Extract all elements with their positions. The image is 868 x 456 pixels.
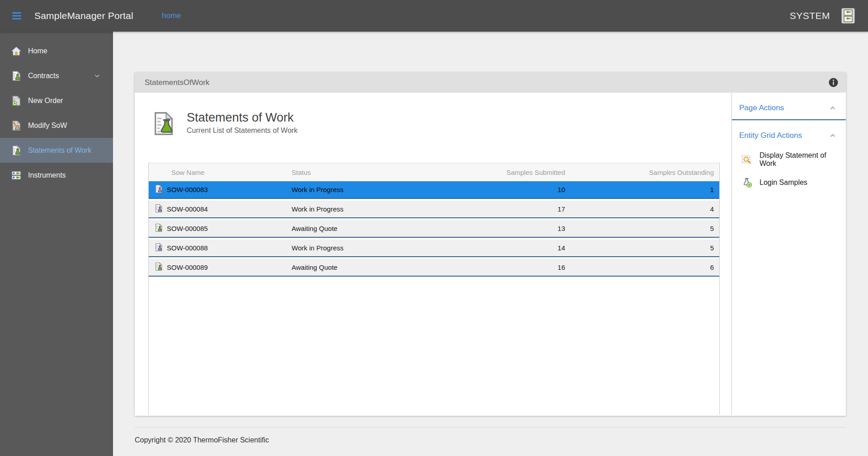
sow-doc-flask-icon [154,204,163,213]
main-content: StatementsOfWork Statements of Work [113,32,868,456]
sow-doc-flask-icon [154,262,163,271]
statements-doc-flask-icon [11,145,22,156]
current-user-label: SYSTEM [790,10,830,21]
table-row[interactable]: SOW-000083 Work in Progress 10 1 [149,181,719,199]
login-samples-flask-icon [741,177,753,188]
cell-sow-name: SOW-000089 [167,263,292,271]
cell-samples-submitted: 17 [440,205,567,213]
action-display-statement-of-work[interactable]: Display Statement of Work [732,147,846,172]
modify-sow-doc-pencil-icon [11,120,22,131]
page-actions-title: Page Actions [739,103,784,113]
sidebar-item-instruments[interactable]: Instruments [0,163,113,188]
cell-samples-submitted: 14 [440,244,567,252]
sidebar-item-label: Home [28,47,47,55]
sidebar-item-statements-of-work[interactable]: Statements of Work [0,138,113,163]
table-row[interactable]: SOW-000089 Awaiting Quote 16 6 [149,259,719,277]
cell-sow-name: SOW-000088 [167,244,292,252]
sidebar-item-label: Contracts [28,72,59,80]
grid-header-row: Sow Name Status Samples Submitted Sample… [149,163,719,181]
card-header: StatementsOfWork [135,72,846,93]
topbar-right: SYSTEM [790,8,868,24]
cell-samples-submitted: 16 [440,263,567,271]
cell-samples-outstanding: 4 [567,205,719,213]
cell-samples-submitted: 10 [440,186,567,193]
row-icon-cell [149,204,167,214]
card-header-title: StatementsOfWork [145,78,209,87]
menu-icon[interactable] [11,10,23,22]
table-row[interactable]: SOW-000085 Awaiting Quote 13 5 [149,220,719,238]
cell-status: Work in Progress [292,205,440,213]
cell-samples-outstanding: 1 [567,186,719,193]
contracts-doc-flask-icon [11,71,22,81]
cell-status: Awaiting Quote [292,263,440,271]
instruments-icon [11,170,22,181]
actions-panel: Page Actions Entity Grid Actions Displa [731,93,846,415]
statements-of-work-icon [151,111,176,136]
action-label: Login Samples [760,179,807,187]
sidebar-item-label: Statements of Work [28,146,91,155]
info-icon[interactable] [828,77,839,88]
sidebar-item-home[interactable]: Home [0,38,113,63]
table-row[interactable]: SOW-000088 Work in Progress 14 5 [149,240,719,257]
cell-status: Awaiting Quote [292,225,440,232]
row-icon-cell [149,243,167,253]
column-header-status[interactable]: Status [292,169,440,176]
sidebar-nav: Home Contracts New Order [0,32,113,456]
page-title-block: Statements of Work Current List of State… [151,111,297,136]
cell-sow-name: SOW-000083 [167,186,292,193]
sow-doc-flask-icon [154,184,163,193]
copyright-text: Copyright © 2020 ThermoFisher Scientific [135,436,269,444]
app-title: SampleManager Portal [34,10,133,21]
home-icon [11,46,22,56]
sidebar-item-label: Instruments [28,171,66,179]
column-header-sow-name[interactable]: Sow Name [167,169,292,176]
entity-grid-actions-header[interactable]: Entity Grid Actions [732,120,846,147]
top-app-bar: SampleManager Portal home SYSTEM [0,0,868,32]
row-icon-cell [149,262,167,273]
page-title: Statements of Work [187,111,297,125]
cell-sow-name: SOW-000085 [167,225,292,232]
page-subtitle: Current List of Statements of Work [187,127,297,135]
entity-grid-actions-title: Entity Grid Actions [739,131,802,140]
nav-home-link[interactable]: home [162,11,181,20]
footer-divider [135,427,846,428]
column-header-samples-outstanding[interactable]: Samples Outstanding [567,169,719,176]
grid-rows-container: SOW-000083 Work in Progress 10 1 SOW-000… [149,181,719,277]
sidebar-item-new-order[interactable]: New Order [0,88,113,113]
page-actions-header[interactable]: Page Actions [732,93,846,119]
user-session-icon[interactable] [841,8,855,24]
display-sow-icon [741,154,753,165]
row-icon-cell [149,223,167,234]
column-header-samples-submitted[interactable]: Samples Submitted [440,169,567,176]
cell-sow-name: SOW-000084 [167,205,292,213]
action-login-samples[interactable]: Login Samples [732,172,846,193]
row-icon-cell [149,184,167,195]
sidebar-item-contracts[interactable]: Contracts [0,63,113,88]
statements-card: StatementsOfWork Statements of Work [135,72,846,416]
table-row[interactable]: SOW-000084 Work in Progress 17 4 [149,201,719,218]
cell-status: Work in Progress [292,244,440,252]
cell-samples-submitted: 13 [440,225,567,232]
sow-doc-flask-icon [154,223,163,232]
cell-samples-outstanding: 6 [567,263,719,271]
cell-status: Work in Progress [292,186,440,193]
sidebar-item-label: New Order [28,97,63,105]
sow-doc-flask-icon [154,243,163,252]
new-order-doc-plus-icon [11,95,22,106]
chevron-up-icon [829,132,837,140]
cell-samples-outstanding: 5 [567,225,719,232]
sow-grid: Sow Name Status Samples Submitted Sample… [148,163,720,415]
sidebar-item-label: Modify SoW [28,122,67,130]
sidebar-item-modify-sow[interactable]: Modify SoW [0,113,113,138]
chevron-up-icon [829,104,837,112]
cell-samples-outstanding: 5 [567,244,719,252]
chevron-down-icon[interactable] [93,72,101,80]
action-label: Display Statement of Work [760,151,842,168]
